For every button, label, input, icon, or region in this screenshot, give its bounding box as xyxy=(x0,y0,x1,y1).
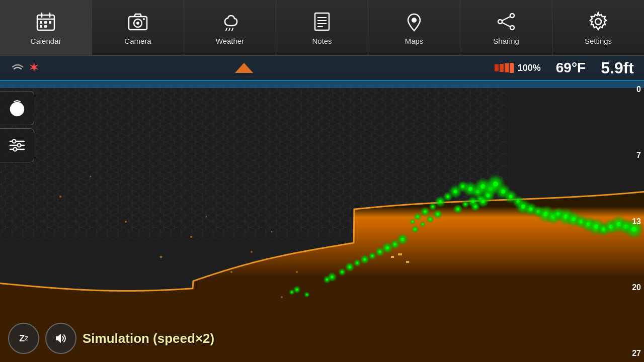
svg-line-14 xyxy=(229,28,230,31)
settings-icon xyxy=(587,11,609,33)
nav-calendar[interactable]: Calendar xyxy=(0,0,92,55)
svg-point-11 xyxy=(136,22,139,25)
svg-rect-5 xyxy=(44,21,47,24)
svg-line-25 xyxy=(502,23,510,27)
status-right: 100% 69°F 5.9ft xyxy=(322,59,634,77)
depth-mark-0: 0 xyxy=(622,85,641,94)
svg-point-24 xyxy=(498,20,502,24)
wifi-icon xyxy=(10,61,25,75)
nav-camera-label: Camera xyxy=(124,37,151,45)
battery-container: 100% xyxy=(495,63,541,73)
battery-percentage: 100% xyxy=(518,63,541,73)
maps-icon xyxy=(403,11,425,33)
bluetooth-icon: ✶ xyxy=(29,61,38,74)
svg-line-13 xyxy=(226,28,227,31)
notes-icon xyxy=(311,11,333,33)
svg-point-35 xyxy=(17,144,21,147)
depth-mark-7: 7 xyxy=(622,151,641,160)
svg-point-36 xyxy=(13,148,17,151)
depth-mark-27: 27 xyxy=(622,349,641,358)
depth-scale: 0 7 13 20 27 xyxy=(619,81,644,362)
sonar-canvas xyxy=(0,81,644,362)
svg-rect-16 xyxy=(315,13,329,30)
volume-button[interactable] xyxy=(45,323,76,354)
left-sidebar xyxy=(0,91,34,162)
simulation-label: Simulation (speed×2) xyxy=(83,331,214,346)
svg-point-23 xyxy=(510,26,514,30)
depth-mark-20: 20 xyxy=(622,283,641,292)
depth-mark-13: 13 xyxy=(622,217,641,226)
status-center[interactable] xyxy=(166,63,322,73)
calendar-icon xyxy=(35,11,57,33)
status-bar: ✶ 100% 69°F 5.9ft xyxy=(0,56,644,81)
nav-notes-label: Notes xyxy=(312,37,332,45)
svg-point-34 xyxy=(12,140,16,143)
nav-camera[interactable]: Camera xyxy=(92,0,184,55)
svg-line-26 xyxy=(502,17,510,21)
top-navigation: Calendar Camera Weather xyxy=(0,0,644,56)
svg-point-22 xyxy=(510,14,514,18)
nav-settings-label: Settings xyxy=(585,37,612,45)
nav-sharing-label: Sharing xyxy=(493,37,519,45)
chevron-up-icon xyxy=(235,63,253,73)
nav-sharing[interactable]: Sharing xyxy=(460,0,552,55)
settings-adjust-button[interactable] xyxy=(0,128,34,162)
sleep-button[interactable]: ZZ xyxy=(8,323,39,354)
nav-settings[interactable]: Settings xyxy=(552,0,644,55)
sharing-icon xyxy=(495,11,517,33)
nav-calendar-label: Calendar xyxy=(31,37,61,45)
status-left: ✶ xyxy=(10,61,166,75)
bottom-controls: ZZ Simulation (speed×2) xyxy=(8,323,214,354)
depth-display: 5.9ft xyxy=(601,59,634,77)
svg-rect-4 xyxy=(40,21,42,24)
nav-weather[interactable]: Weather xyxy=(184,0,276,55)
temperature-display: 69°F xyxy=(556,60,586,76)
svg-line-15 xyxy=(232,28,233,31)
svg-point-12 xyxy=(143,18,145,20)
sonar-display[interactable]: 0 7 13 20 27 ZZ Simulation (speed×2) xyxy=(0,81,644,362)
svg-rect-6 xyxy=(49,21,51,24)
nav-maps[interactable]: Maps xyxy=(368,0,460,55)
weather-icon xyxy=(219,11,241,33)
svg-rect-8 xyxy=(44,25,47,28)
nav-maps-label: Maps xyxy=(405,37,424,45)
camera-icon xyxy=(127,11,149,33)
svg-point-27 xyxy=(595,19,601,25)
svg-point-21 xyxy=(412,18,417,23)
svg-rect-7 xyxy=(40,25,42,28)
nav-weather-label: Weather xyxy=(216,37,244,45)
timer-button[interactable] xyxy=(0,91,34,125)
battery-icon xyxy=(495,63,514,73)
nav-notes[interactable]: Notes xyxy=(276,0,368,55)
